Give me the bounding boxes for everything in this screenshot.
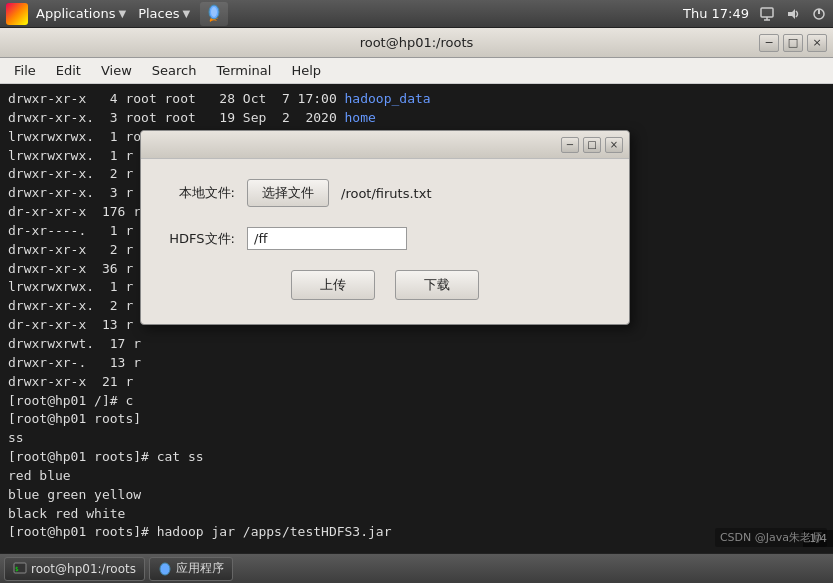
choose-file-button[interactable]: 选择文件 bbox=[247, 179, 329, 207]
menu-search[interactable]: Search bbox=[144, 61, 205, 80]
terminal-line: black red white bbox=[8, 505, 825, 524]
terminal-line: [root@hp01 roots]# hadoop jar /apps/test… bbox=[8, 523, 825, 542]
minimize-button[interactable]: − bbox=[759, 34, 779, 52]
taskbar: $ root@hp01:/roots 应用程序 bbox=[0, 553, 833, 583]
menu-terminal[interactable]: Terminal bbox=[208, 61, 279, 80]
taskbar-terminal-item[interactable]: $ root@hp01:/roots bbox=[4, 557, 145, 581]
terminal-line: drwxrwxrwt. 17 r bbox=[8, 335, 825, 354]
terminal-line: drwxr-xr-. 13 r bbox=[8, 354, 825, 373]
java-taskbar-icon bbox=[158, 562, 172, 576]
display-icon bbox=[759, 6, 775, 22]
menu-edit[interactable]: Edit bbox=[48, 61, 89, 80]
places-arrow: ▼ bbox=[182, 8, 190, 19]
svg-text:$: $ bbox=[15, 565, 19, 572]
java-icon[interactable] bbox=[200, 2, 228, 26]
download-button[interactable]: 下载 bbox=[395, 270, 479, 300]
svg-rect-2 bbox=[761, 8, 773, 17]
menu-view[interactable]: View bbox=[93, 61, 140, 80]
svg-point-1 bbox=[211, 7, 217, 17]
terminal-title: root@hp01:/roots bbox=[360, 35, 474, 50]
taskbar-terminal-label: root@hp01:/roots bbox=[31, 562, 136, 576]
top-menubar: Applications ▼ Places ▼ Thu 17:49 bbox=[0, 0, 833, 28]
upload-button[interactable]: 上传 bbox=[291, 270, 375, 300]
hdfs-path-input[interactable] bbox=[247, 227, 407, 250]
terminal-line: red blue bbox=[8, 467, 825, 486]
terminal-titlebar: root@hp01:/roots − □ × bbox=[0, 28, 833, 58]
clock: Thu 17:49 bbox=[683, 6, 749, 21]
menu-file[interactable]: File bbox=[6, 61, 44, 80]
local-file-label: 本地文件: bbox=[165, 184, 235, 202]
terminal-line: drwxr-xr-x 21 r bbox=[8, 373, 825, 392]
terminal-line: [root@hp01 roots]# cat ss bbox=[8, 448, 825, 467]
volume-icon bbox=[785, 6, 801, 22]
file-transfer-dialog: − □ × 本地文件: 选择文件 /root/firuts.txt HDFS文件… bbox=[140, 130, 630, 325]
power-icon bbox=[811, 6, 827, 22]
terminal-line: [root@hp01 /]# c bbox=[8, 392, 825, 411]
terminal-line: [root@hp01 roots] bbox=[8, 410, 825, 429]
dialog-minimize-button[interactable]: − bbox=[561, 137, 579, 153]
terminal-icon: $ bbox=[13, 562, 27, 576]
dialog-maximize-button[interactable]: □ bbox=[583, 137, 601, 153]
places-menu[interactable]: Places ▼ bbox=[132, 4, 196, 23]
close-button[interactable]: × bbox=[807, 34, 827, 52]
menu-help[interactable]: Help bbox=[283, 61, 329, 80]
local-file-path: /root/firuts.txt bbox=[341, 186, 432, 201]
terminal-line: drwxr-xr-x. 3 root root 19 Sep 2 2020 ho… bbox=[8, 109, 825, 128]
svg-marker-5 bbox=[788, 9, 795, 19]
dialog-close-button[interactable]: × bbox=[605, 137, 623, 153]
terminal-line: blue green yellow bbox=[8, 486, 825, 505]
local-file-row: 本地文件: 选择文件 /root/firuts.txt bbox=[165, 179, 605, 207]
dialog-titlebar: − □ × bbox=[141, 131, 629, 159]
applications-menu[interactable]: Applications ▼ bbox=[30, 4, 132, 23]
applications-arrow: ▼ bbox=[118, 8, 126, 19]
hdfs-file-label: HDFS文件: bbox=[165, 230, 235, 248]
svg-point-10 bbox=[160, 563, 170, 575]
system-icon bbox=[6, 3, 28, 25]
maximize-button[interactable]: □ bbox=[783, 34, 803, 52]
hdfs-file-row: HDFS文件: bbox=[165, 227, 605, 250]
terminal-menubar: File Edit View Search Terminal Help bbox=[0, 58, 833, 84]
taskbar-java-item[interactable]: 应用程序 bbox=[149, 557, 233, 581]
terminal-line: drwxr-xr-x 4 root root 28 Oct 7 17:00 ha… bbox=[8, 90, 825, 109]
dialog-btn-row: 上传 下载 bbox=[165, 270, 605, 300]
dialog-body: 本地文件: 选择文件 /root/firuts.txt HDFS文件: 上传 下… bbox=[141, 159, 629, 324]
window-controls: − □ × bbox=[759, 34, 827, 52]
watermark: CSDN @Java朱老师 bbox=[715, 528, 827, 547]
terminal-line: ss bbox=[8, 429, 825, 448]
taskbar-java-label: 应用程序 bbox=[176, 560, 224, 577]
